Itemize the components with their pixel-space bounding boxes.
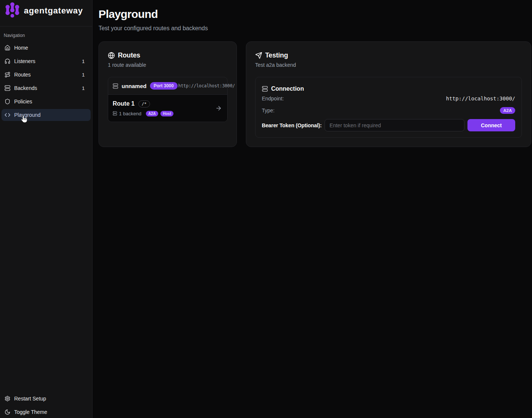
routes-card-title: Routes [118, 51, 140, 60]
type-badge: A2A [500, 107, 515, 114]
routes-card: Routes 1 route available unnamed Port 30… [98, 41, 237, 147]
connect-button[interactable]: Connect [467, 119, 515, 131]
endpoint-row: Endpoint: http://localhost:3000/ [262, 95, 515, 102]
testing-card-title: Testing [265, 51, 288, 60]
route-backend-count: 1 backend [119, 111, 141, 116]
bearer-token-input[interactable] [325, 119, 464, 131]
route-badge-a2a: A2A [146, 111, 158, 116]
sidebar-item-listeners[interactable]: Listeners 1 [1, 55, 91, 67]
route-line1: Route 1 /* [113, 99, 173, 108]
brand-name: agentgateway [24, 6, 83, 16]
endpoint-value: http://localhost:3000/ [446, 96, 515, 102]
home-icon [4, 45, 10, 51]
route-line2: 1 backend A2A Host [113, 110, 173, 117]
testing-card-header: Testing [255, 51, 522, 60]
toggle-theme-button[interactable]: Toggle Theme [1, 406, 91, 418]
toggle-theme-label: Toggle Theme [14, 409, 47, 415]
listener-name: unnamed [122, 83, 147, 89]
route-path-badge: /* [138, 100, 150, 107]
listener-group: unnamed Port 3000 http://localhost:3000/… [108, 77, 228, 122]
testing-card: Testing Test a2a backend Connection Endp… [246, 41, 531, 147]
moon-icon [4, 409, 10, 415]
restart-setup-button[interactable]: Restart Setup [1, 393, 91, 405]
listener-header: unnamed Port 3000 http://localhost:3000/ [108, 77, 227, 94]
app-root: agentgateway Navigation Home Listeners 1… [0, 0, 532, 418]
port-badge: Port 3000 [150, 82, 178, 90]
sidebar-item-label: Listeners [14, 58, 35, 64]
sidebar-item-label: Playground [14, 112, 41, 118]
main-content: Playground Test your configured routes a… [93, 0, 532, 418]
gear-icon [4, 396, 10, 402]
sidebar-header: agentgateway [0, 0, 92, 26]
route-icon [4, 72, 10, 78]
type-row: Type: A2A [262, 107, 515, 114]
restart-setup-label: Restart Setup [14, 396, 46, 402]
bearer-token-row: Bearer Token (Optional): Connect [262, 119, 515, 131]
type-label: Type: [262, 107, 275, 113]
connection-box: Connection Endpoint: http://localhost:30… [255, 77, 522, 138]
routes-count: 1 [82, 72, 88, 78]
sidebar: agentgateway Navigation Home Listeners 1… [0, 0, 93, 418]
route-name: Route 1 [113, 99, 135, 108]
sidebar-item-label: Home [14, 45, 28, 51]
code-icon [4, 112, 10, 118]
route-row[interactable]: Route 1 /* 1 backend A2A Host [108, 94, 227, 122]
arrow-right-icon [215, 105, 222, 112]
server-icon [4, 85, 10, 91]
route-badge-host: Host [160, 111, 173, 116]
sidebar-item-label: Policies [14, 99, 32, 104]
sidebar-footer: Restart Setup Toggle Theme [0, 393, 92, 418]
page-subtitle: Test your configured routes and backends [98, 24, 531, 33]
endpoint-label: Endpoint: [262, 96, 284, 102]
sidebar-item-playground[interactable]: Playground [1, 109, 91, 121]
sidebar-item-backends[interactable]: Backends 1 [1, 82, 91, 94]
connection-header: Connection [262, 84, 515, 93]
routes-card-header: Routes [108, 51, 228, 60]
sidebar-nav: Navigation Home Listeners 1 Routes 1 Bac… [0, 26, 92, 393]
sidebar-item-policies[interactable]: Policies [1, 96, 91, 107]
server-icon [262, 86, 268, 92]
page-title: Playground [98, 7, 531, 21]
connection-title: Connection [271, 84, 304, 93]
listener-url: http://localhost:3000/ [178, 83, 235, 88]
testing-card-subtitle: Test a2a backend [255, 61, 522, 69]
sidebar-item-label: Backends [14, 85, 37, 91]
server-icon [113, 83, 118, 89]
server-icon [113, 111, 117, 116]
backends-count: 1 [82, 85, 88, 91]
globe-icon [108, 52, 115, 59]
sidebar-item-routes[interactable]: Routes 1 [1, 69, 91, 81]
nav-section-label: Navigation [1, 32, 91, 38]
send-icon [255, 52, 262, 59]
shield-icon [4, 99, 10, 104]
bearer-token-label: Bearer Token (Optional): [262, 122, 322, 128]
sidebar-item-home[interactable]: Home [1, 42, 91, 54]
listeners-count: 1 [82, 59, 88, 64]
routes-card-subtitle: 1 route available [108, 61, 228, 69]
headphones-icon [4, 58, 10, 64]
cards-grid: Routes 1 route available unnamed Port 30… [98, 41, 531, 147]
route-info: Route 1 /* 1 backend A2A Host [113, 99, 173, 117]
sidebar-item-label: Routes [14, 72, 31, 78]
agentgateway-logo-icon [5, 2, 19, 18]
